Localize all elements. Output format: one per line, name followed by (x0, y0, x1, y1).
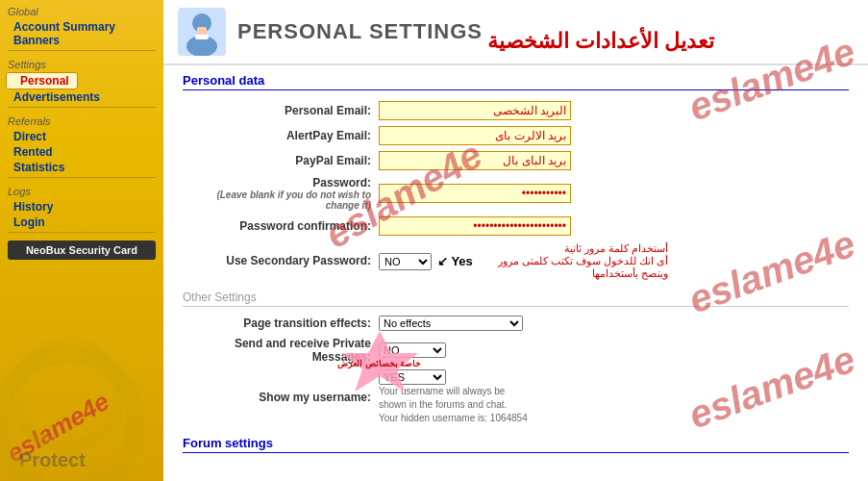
avatar-icon (178, 8, 226, 56)
personal-data-section-header: Personal data (183, 73, 849, 90)
private-messages-row: Send and receive Private Messages: NO YE… (183, 334, 849, 367)
logs-section-label: Logs (0, 180, 163, 199)
svg-rect-4 (197, 27, 207, 35)
password-label: Password: (186, 176, 371, 190)
personal-data-form: Personal Email: AlertPay Email: PayPal E… (183, 98, 849, 283)
personal-email-row: Personal Email: (183, 98, 849, 123)
sidebar-item-personal[interactable]: Personal (6, 72, 78, 89)
personal-email-label: Personal Email: (183, 98, 375, 123)
sidebar-item-login[interactable]: Login (0, 215, 163, 230)
page-transition-row: Page transition effects: No effects Fade… (183, 313, 849, 334)
password-confirm-row: Password confirmation: (183, 214, 849, 239)
sidebar-item-statistics[interactable]: Statistics (0, 160, 163, 175)
sidebar: Global Account SummaryBanners Settings P… (0, 0, 163, 481)
referrals-section-label: Referrals (0, 110, 163, 129)
paypal-email-input[interactable] (379, 151, 571, 170)
page-title: PERSONAL SETTINGS (237, 19, 483, 44)
paypal-email-label: PayPal Email: (183, 148, 375, 173)
sidebar-item-rented[interactable]: Rented (0, 144, 163, 160)
sidebar-circle2-decoration (10, 337, 125, 452)
global-section-label: Global (0, 0, 163, 19)
secondary-note-line1: أستخدام كلمة مرور ثانية (498, 242, 668, 255)
secondary-password-label: Use Secondary Password: (183, 239, 375, 283)
main-content: eslame4e eslame4e eslame4e eslame4e PERS… (163, 0, 868, 481)
password-confirm-input[interactable] (379, 216, 571, 236)
secondary-note-line2: أى انك للدخول سوف تكتب كلمتى مرور (498, 255, 668, 267)
show-username-row: Show my username: YES NO Your username w… (183, 367, 849, 428)
password-row: Password: (Leave blank if you do not wis… (183, 173, 849, 214)
arabic-page-title: تعديل الأعدادات الشخصية (487, 29, 714, 54)
star-badge-container: خاصة بخصائص العرض (332, 326, 428, 396)
alertpay-email-input[interactable] (379, 126, 571, 145)
other-settings-header: Other Settings (183, 291, 849, 307)
star-shape-icon: خاصة بخصائص العرض (332, 326, 428, 393)
secondary-password-select[interactable]: NO YES (379, 253, 432, 270)
password-input[interactable] (379, 184, 571, 203)
content-body: Personal data Personal Email: AlertPay E… (163, 65, 868, 472)
alertpay-email-row: AlertPay Email: (183, 123, 849, 148)
personal-email-input[interactable] (379, 101, 571, 120)
settings-section-label: Settings (0, 53, 163, 72)
sidebar-item-advertisements[interactable]: Advertisements (0, 89, 163, 105)
secondary-password-row: Use Secondary Password: NO YES ↙ Yes أست… (183, 239, 849, 283)
svg-text:خاصة بخصائص العرض: خاصة بخصائص العرض (337, 359, 421, 369)
paypal-email-row: PayPal Email: (183, 148, 849, 173)
forum-settings-header: Forum settings (183, 436, 849, 453)
sidebar-item-direct[interactable]: Direct (0, 129, 163, 144)
password-confirm-label: Password confirmation: (183, 214, 375, 239)
other-settings-form: Page transition effects: No effects Fade… (183, 313, 849, 428)
neobux-security-card-button[interactable]: NeoBux Security Card (8, 240, 156, 260)
page-header: PERSONAL SETTINGS تعديل الأعدادات الشخصي… (163, 0, 868, 65)
sidebar-item-history[interactable]: History (0, 199, 163, 215)
svg-rect-3 (195, 35, 209, 39)
sidebar-item-account-summary[interactable]: Account SummaryBanners (0, 19, 163, 48)
secondary-note-line3: وينصح بأستخدامها (498, 267, 668, 280)
yes-arrow-label: ↙ Yes (437, 254, 473, 268)
password-note: (Leave blank if you do not wish to chang… (186, 190, 371, 211)
alertpay-email-label: AlertPay Email: (183, 123, 375, 148)
